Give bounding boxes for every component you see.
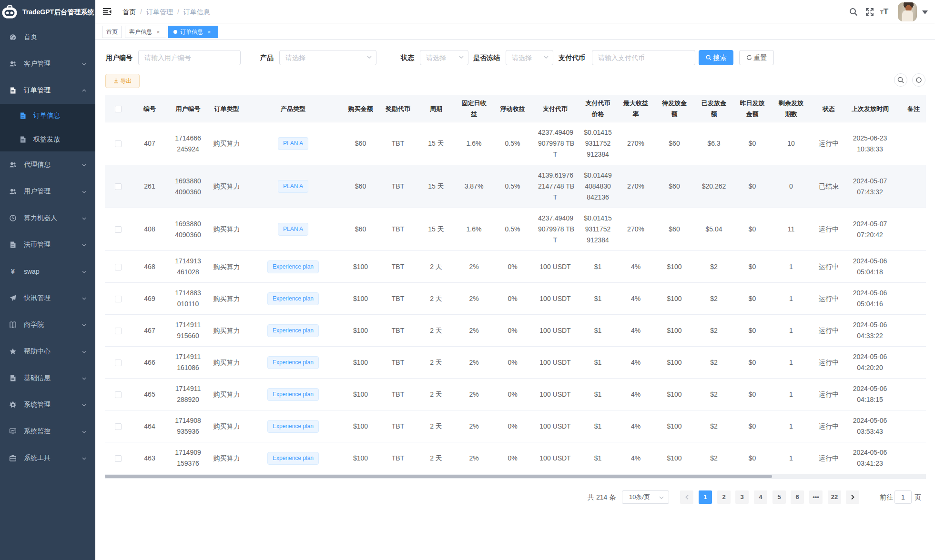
svg-text:¥: ¥: [11, 268, 15, 275]
